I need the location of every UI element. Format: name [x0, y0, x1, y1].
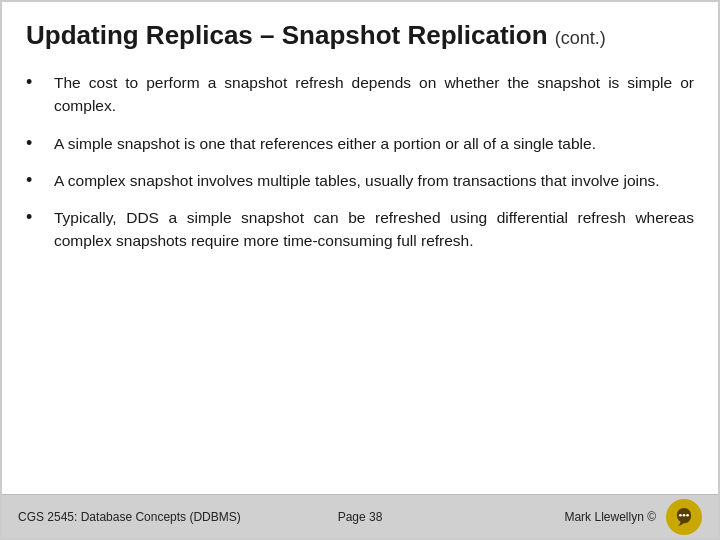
slide-title: Updating Replicas – Snapshot Replication… — [26, 20, 694, 51]
bullet-text-1: The cost to perform a snapshot refresh d… — [54, 71, 694, 118]
slide-footer: CGS 2545: Database Concepts (DDBMS) Page… — [2, 494, 718, 538]
slide-content: • The cost to perform a snapshot refresh… — [2, 61, 718, 494]
footer-logo — [666, 499, 702, 535]
bullet-dot-4: • — [26, 207, 40, 228]
svg-point-2 — [683, 513, 686, 516]
title-cont: (cont.) — [555, 28, 606, 48]
slide-header: Updating Replicas – Snapshot Replication… — [2, 2, 718, 61]
bullet-item-3: • A complex snapshot involves multiple t… — [26, 169, 694, 192]
bullet-dot-3: • — [26, 170, 40, 191]
svg-point-1 — [679, 513, 682, 516]
slide: Updating Replicas – Snapshot Replication… — [0, 0, 720, 540]
footer-center: Page 38 — [246, 510, 474, 524]
bullet-text-3: A complex snapshot involves multiple tab… — [54, 169, 660, 192]
bullet-text-2: A simple snapshot is one that references… — [54, 132, 596, 155]
bullet-dot-2: • — [26, 133, 40, 154]
bullet-item-2: • A simple snapshot is one that referenc… — [26, 132, 694, 155]
title-text: Updating Replicas – Snapshot Replication — [26, 20, 548, 50]
footer-left: CGS 2545: Database Concepts (DDBMS) — [18, 510, 246, 524]
bullet-text-4: Typically, DDS a simple snapshot can be … — [54, 206, 694, 253]
bullet-item-1: • The cost to perform a snapshot refresh… — [26, 71, 694, 118]
svg-point-3 — [686, 513, 689, 516]
footer-copyright: Mark Llewellyn © — [564, 510, 656, 524]
bullet-item-4: • Typically, DDS a simple snapshot can b… — [26, 206, 694, 253]
footer-right: Mark Llewellyn © — [474, 499, 702, 535]
bullet-dot-1: • — [26, 72, 40, 93]
